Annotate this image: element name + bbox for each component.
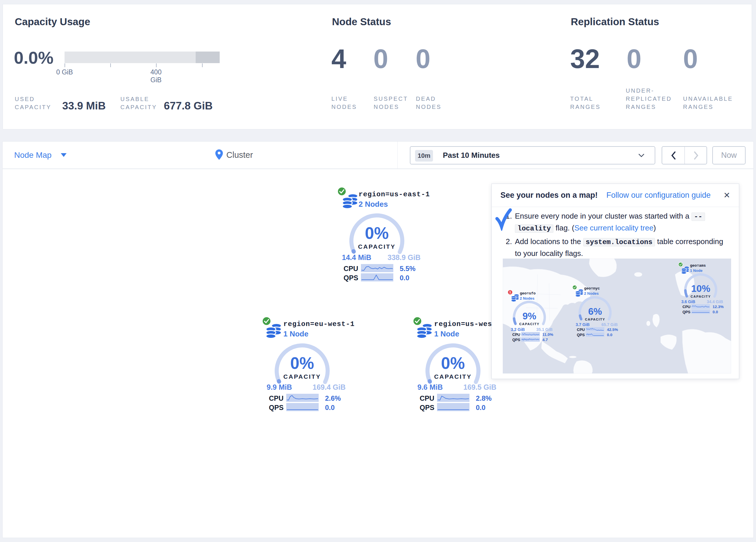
cpu-sparkline — [286, 394, 319, 402]
configuration-guide-link[interactable]: Follow our configuration guide — [606, 191, 711, 200]
capacity-percent: 10% — [682, 283, 720, 294]
qps-sparkline — [286, 403, 319, 411]
capacity-label: CAPACITY — [511, 322, 548, 326]
capacity-bar-unusable-segment — [196, 52, 220, 63]
qps-value: 4.7 — [542, 338, 548, 342]
capacity-label: CAPACITY — [421, 373, 485, 380]
qps-sparkline — [361, 273, 393, 282]
view-selector-dropdown[interactable]: Node Map — [14, 141, 67, 168]
node-group-count[interactable]: 1 Node — [283, 330, 309, 339]
total-capacity: 169.4 GiB — [303, 383, 355, 392]
qps-value: 0.0 — [325, 404, 335, 412]
cpu-value: 11.0% — [542, 333, 553, 337]
dead-nodes-value: 0 — [416, 45, 430, 73]
view-selector-label: Node Map — [14, 150, 52, 160]
node-status-title: Node Status — [332, 16, 391, 27]
toolbar: Node Map Cluster 10m Past 10 Minutes Now — [2, 141, 754, 169]
time-range-badge: 10m — [415, 150, 433, 161]
cluster-summary-card: Capacity Usage 0.0% 0 GiB 400 GiB USED C… — [3, 4, 752, 129]
qps-label: QPS — [420, 404, 434, 412]
qps-label: QPS — [344, 274, 358, 282]
node-group-count[interactable]: 1 Node — [434, 330, 459, 339]
database-icon — [416, 323, 433, 341]
time-back-button[interactable] — [662, 147, 685, 164]
dead-nodes-label: DEAD NODES — [416, 95, 449, 111]
cpu-sparkline — [437, 394, 469, 402]
total-capacity: 65.7 GiB — [597, 322, 623, 327]
unavailable-ranges-value: 0 — [683, 45, 698, 73]
capacity-gauge[interactable]: 0% CAPACITY — [344, 208, 409, 273]
capacity-bar: 0 GiB 400 GiB — [65, 52, 220, 78]
qps-label: QPS — [269, 404, 284, 412]
used-capacity-value: 33.9 MiB — [62, 100, 106, 112]
unavailable-ranges-label: UNAVAILABLE RANGES — [683, 95, 741, 111]
used-capacity: 9.9 MiB — [253, 383, 305, 392]
total-capacity: 169.5 GiB — [454, 383, 506, 392]
node-group-name: region=eu-west-1 — [283, 320, 355, 328]
now-button[interactable]: Now — [712, 146, 746, 164]
used-capacity: 9.6 MiB — [404, 383, 456, 392]
node-group-count[interactable]: 2 Nodes — [359, 200, 388, 209]
cpu-value: 5.5% — [400, 264, 416, 273]
cpu-label: CPU — [512, 333, 520, 337]
qps-label: QPS — [577, 333, 585, 337]
capacity-label: CAPACITY — [682, 295, 720, 298]
chevron-right-icon — [693, 151, 699, 160]
cpu-label: CPU — [420, 394, 434, 403]
time-pager — [662, 146, 707, 164]
cpu-value: 12.3% — [713, 305, 724, 309]
capacity-label: CAPACITY — [576, 318, 614, 321]
total-capacity: 35.1 GiB — [531, 327, 557, 332]
breadcrumb-label: Cluster — [226, 150, 253, 160]
usable-capacity-value: 677.8 GiB — [164, 100, 213, 112]
locality-name: geo=ams — [690, 263, 706, 268]
suspect-nodes-label: SUSPECT NODES — [374, 95, 414, 111]
capacity-usage-title: Capacity Usage — [15, 16, 90, 27]
qps-sparkline — [521, 337, 540, 342]
qps-label: QPS — [512, 338, 520, 342]
capacity-used-percent: 0.0% — [14, 48, 54, 68]
qps-value: 0.0 — [476, 404, 485, 412]
mini-world-map: 1 geo=sfo 2 Nodes 9% CAPACITY 3.2 GiB 35… — [503, 258, 731, 374]
capacity-percent: 0% — [421, 354, 485, 373]
chevron-left-icon — [671, 151, 676, 160]
step-text: Add locations to the system.locations ta… — [515, 236, 728, 259]
close-icon[interactable]: ✕ — [724, 190, 730, 200]
cpu-value: 2.6% — [325, 394, 341, 403]
total-capacity: 34.4 GiB — [702, 300, 728, 304]
used-capacity: 14.4 MiB — [331, 253, 383, 262]
time-range-select[interactable]: 10m Past 10 Minutes — [410, 146, 655, 164]
database-icon — [342, 193, 359, 211]
breadcrumb[interactable]: Cluster — [215, 141, 253, 168]
used-capacity-label: USED CAPACITY — [15, 95, 58, 111]
cpu-label: CPU — [682, 305, 690, 309]
chevron-down-icon — [61, 153, 67, 157]
under-replicated-ranges-label: UNDER-REPLICATED RANGES — [626, 87, 676, 111]
suspect-nodes-value: 0 — [373, 45, 388, 73]
capacity-label: CAPACITY — [344, 243, 409, 250]
qps-value: 0.0 — [713, 310, 718, 314]
toolbar-divider — [397, 141, 398, 169]
time-range-value: Past 10 Minutes — [443, 147, 500, 164]
map-pin-icon — [215, 149, 223, 161]
cpu-sparkline — [586, 327, 604, 332]
cpu-label: CPU — [269, 394, 284, 403]
replication-status-title: Replication Status — [571, 16, 659, 27]
total-ranges-value: 32 — [570, 45, 600, 73]
node-map-config-popup: See your nodes on a map! Follow our conf… — [491, 183, 739, 379]
code-chip: system.locations — [583, 238, 655, 246]
popup-step-1: 1. Ensure every node in your cluster was… — [502, 210, 728, 234]
qps-value: 0.0 — [607, 333, 612, 337]
blue-checkmark-icon — [495, 208, 512, 232]
code-chip: -- — [691, 212, 705, 221]
under-replicated-ranges-value: 0 — [627, 45, 641, 73]
locality-tree-link[interactable]: See current locality tree — [574, 223, 653, 232]
capacity-percent: 0% — [270, 354, 335, 373]
popup-header: See your nodes on a map! Follow our conf… — [492, 184, 739, 207]
qps-sparkline — [437, 403, 469, 411]
cpu-label: CPU — [577, 328, 585, 332]
time-forward-button[interactable] — [685, 147, 707, 164]
locality-name: geo=nyc — [584, 287, 600, 291]
cpu-sparkline — [691, 304, 710, 309]
used-capacity: 3.7 GiB — [570, 322, 596, 327]
